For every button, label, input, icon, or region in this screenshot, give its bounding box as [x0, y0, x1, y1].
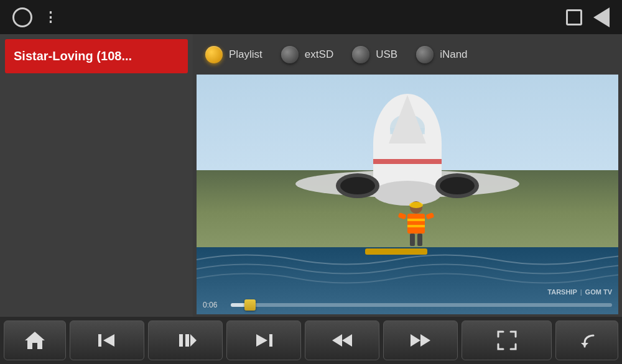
status-right — [566, 7, 610, 27]
right-panel: Playlist extSD USB iNand — [193, 34, 622, 317]
svg-rect-24 — [179, 334, 183, 347]
fast-forward-button[interactable] — [383, 321, 458, 360]
watermark-brand2: GOM TV — [585, 288, 612, 296]
svg-marker-33 — [581, 343, 588, 347]
svg-marker-23 — [103, 334, 114, 347]
prev-icon — [96, 329, 118, 352]
rewind-icon — [331, 329, 353, 352]
watermark-brand1: TARSHIP — [547, 288, 577, 296]
menu-icon[interactable]: ⋮ — [44, 9, 58, 25]
sidebar: Sistar-Loving (108... — [0, 34, 193, 317]
playlist-label: Playlist — [229, 48, 262, 61]
playlist-indicator — [205, 46, 223, 63]
svg-point-7 — [340, 177, 375, 194]
inand-indicator — [416, 46, 434, 63]
svg-rect-11 — [373, 159, 442, 164]
inand-label: iNand — [440, 48, 467, 61]
tab-usb[interactable]: USB — [352, 46, 397, 63]
svg-point-13 — [409, 202, 423, 208]
usb-label: USB — [376, 48, 397, 61]
svg-rect-18 — [425, 212, 434, 220]
source-tabs: Playlist extSD USB iNand — [193, 34, 622, 75]
svg-marker-31 — [411, 334, 420, 347]
status-bar: ⋮ — [0, 0, 622, 34]
extsd-label: extSD — [305, 48, 333, 61]
bottom-controls — [0, 317, 622, 364]
square-icon[interactable] — [566, 9, 582, 25]
tab-inand[interactable]: iNand — [416, 46, 467, 63]
back-icon[interactable] — [593, 7, 610, 27]
current-time: 0:06 — [203, 301, 225, 309]
skip-forward-icon — [253, 329, 275, 352]
active-playlist-item[interactable]: Sistar-Loving (108... — [5, 39, 188, 73]
back-button[interactable] — [555, 321, 618, 360]
progress-area: 0:06 — [203, 301, 612, 309]
svg-rect-22 — [98, 334, 101, 347]
svg-marker-27 — [256, 334, 267, 347]
svg-rect-17 — [397, 212, 406, 220]
svg-rect-25 — [185, 334, 189, 347]
main-content: Sistar-Loving (108... Playlist extSD USB… — [0, 34, 622, 317]
fast-forward-icon — [409, 329, 432, 352]
tab-extsd[interactable]: extSD — [281, 46, 333, 63]
svg-rect-16 — [407, 225, 425, 227]
worker-svg — [397, 200, 435, 250]
progress-thumb[interactable] — [244, 299, 256, 311]
video-frame: TARSHIP | GOM TV 0:06 — [197, 75, 618, 314]
svg-rect-28 — [269, 334, 272, 347]
home-button[interactable] — [4, 321, 66, 360]
barrier — [365, 248, 427, 255]
back-icon — [576, 329, 598, 352]
circle-icon — [12, 7, 32, 27]
svg-marker-32 — [420, 334, 430, 347]
svg-rect-15 — [407, 219, 425, 221]
home-icon — [24, 329, 46, 352]
watermark-sep: | — [580, 288, 582, 296]
skip-forward-button[interactable] — [226, 321, 301, 360]
svg-marker-26 — [190, 334, 197, 347]
svg-marker-21 — [25, 332, 45, 349]
prev-button[interactable] — [70, 321, 144, 360]
usb-indicator — [352, 46, 369, 63]
video-watermark: TARSHIP | GOM TV — [547, 288, 612, 296]
svg-rect-14 — [407, 214, 425, 234]
progress-bar[interactable] — [231, 303, 612, 307]
svg-rect-20 — [417, 234, 422, 246]
fullscreen-button[interactable] — [462, 321, 552, 360]
fullscreen-icon — [496, 329, 518, 352]
svg-marker-29 — [332, 334, 342, 347]
svg-rect-19 — [410, 234, 415, 246]
status-left: ⋮ — [12, 7, 58, 27]
svg-marker-30 — [342, 334, 352, 347]
extsd-indicator — [281, 46, 299, 63]
play-pause-icon — [174, 329, 197, 352]
play-pause-button[interactable] — [148, 321, 223, 360]
video-player[interactable]: TARSHIP | GOM TV 0:06 — [197, 75, 618, 314]
rewind-button[interactable] — [305, 321, 379, 360]
tab-playlist[interactable]: Playlist — [205, 46, 262, 63]
svg-point-9 — [440, 177, 475, 194]
